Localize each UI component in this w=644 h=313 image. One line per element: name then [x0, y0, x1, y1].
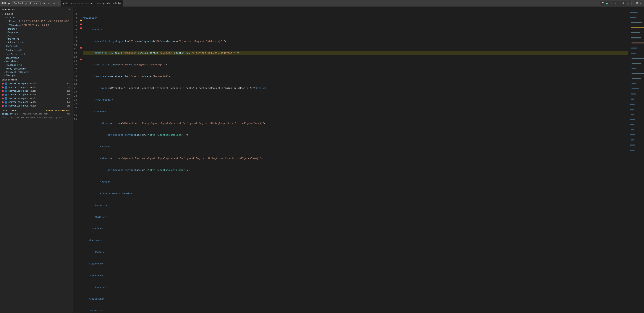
code-line-20: <backend> [83, 238, 628, 242]
tree-group-api[interactable]: Api [0, 34, 72, 38]
code-line-15: </when> [83, 180, 628, 184]
bp-checkbox-6[interactable] [5, 101, 7, 104]
bp-gutter-7 [79, 30, 83, 34]
tree-group-proxytimecounter[interactable]: ProxyTimeCounter [0, 67, 72, 71]
debug-step-over-button[interactable]: ↷ [610, 2, 613, 5]
svg-rect-18 [631, 98, 634, 100]
bp-item-2[interactable]: serverless-pets /apis 5:3 [0, 86, 72, 89]
bp-checkbox-5[interactable] [5, 98, 7, 100]
section-request[interactable]: Request [0, 12, 72, 16]
debug-drag-handle[interactable]: ⠿ [601, 2, 604, 5]
bp-item-6[interactable]: serverless-pets /apis 4:3 [0, 100, 72, 104]
sidebar-scroll[interactable]: Request context RequestId 59e576cd-5dd5-… [0, 12, 72, 313]
tree-group-variables[interactable]: Variables [0, 60, 72, 63]
bp-gutter-4[interactable] [79, 18, 83, 22]
layout-button[interactable]: ⊟ [636, 2, 638, 5]
bp-checkbox-7[interactable] [5, 105, 7, 107]
bp-gutter-5[interactable] [79, 22, 83, 26]
code-line-9: <choose> [83, 110, 628, 114]
chevron-api [6, 35, 7, 37]
chevron-subscription [6, 42, 7, 44]
bp-gutter-dot-11 [80, 47, 82, 49]
tab-filename: petstore-serverless-pets-post-products.h… [63, 2, 121, 5]
code-line-11: <set-backend-service base-url="http://co… [83, 133, 628, 137]
code-line-2: <inbound> [83, 28, 628, 32]
gear-icon-btn[interactable]: ⚙ [42, 2, 46, 5]
tree-group-request[interactable]: Request [0, 28, 72, 31]
line-num-18: 18 [74, 74, 77, 78]
context-label: context [8, 16, 17, 19]
bp-item-4[interactable]: serverless-pets /apis 11:5 [0, 93, 72, 97]
bp-name-1: serverless-pets [8, 82, 28, 85]
minimap [629, 7, 644, 313]
line-num-16: 16 [74, 67, 77, 71]
callstack-item-1[interactable]: quota-by-key /apis/serverless-pets 4:3 [0, 112, 72, 116]
bp-gutter-11[interactable] [79, 46, 83, 50]
bp-path-2: /apis [30, 86, 36, 89]
code-line-24: <base /> [83, 285, 628, 289]
bp-gutter-dot-14 [80, 58, 82, 60]
code-content[interactable]: <policies> <inbound> <rate-limit-by-key … [83, 7, 629, 313]
tree-group-response[interactable]: Response [0, 31, 72, 34]
tree-item-requestid: RequestId 59e576cd-5dd5-497b-b66f-968862… [0, 19, 72, 24]
tree-group-context[interactable]: context [0, 16, 72, 19]
more-icon-btn[interactable]: ··· [52, 2, 56, 5]
line-num-21: 21 [74, 86, 77, 90]
code-line-23: <outbound> [83, 274, 628, 278]
debug-step-out-button[interactable]: ↑ [618, 2, 620, 5]
sidebar-expand-button[interactable]: ⊡ [67, 8, 70, 11]
bp-checkbox-2[interactable] [5, 86, 7, 89]
chevron-req [6, 28, 7, 30]
bp-gutter-27 [79, 108, 83, 112]
config-dropdown[interactable]: No Configurations ▾ [12, 1, 40, 5]
bp-gutter-10 [79, 42, 83, 46]
chevron-operation [6, 38, 7, 40]
tree-group-servicetimecounter[interactable]: ServiceTimeCounter [0, 71, 72, 74]
tab-bar: petstore-serverless-pets-post-products.h… [61, 0, 598, 6]
bp-gutter-17 [79, 69, 83, 73]
code-line-26: <on-error> [83, 309, 628, 313]
debug-continue-button[interactable]: ▶ [605, 2, 609, 5]
bp-item-1[interactable]: serverless-pets /apis 4:3 [0, 82, 72, 86]
chevron-timings [4, 75, 5, 77]
bp-gutter-16 [79, 65, 83, 69]
play-button[interactable]: ▶ [7, 2, 11, 5]
link-icon-btn[interactable]: ⇄ [48, 2, 51, 5]
bp-item-3[interactable]: serverless-pets /apis 6:3 [0, 89, 72, 93]
debug-step-in-button[interactable]: ↓ [614, 2, 617, 5]
sidebar-title: VARIABLES [2, 8, 15, 10]
tree-group-subscription[interactable]: Subscription [0, 41, 72, 44]
svg-rect-15 [632, 83, 636, 84]
bp-checkbox-4[interactable] [5, 94, 7, 96]
bp-gutter-6[interactable] [79, 26, 83, 30]
bp-line-4: 11:5 [66, 94, 70, 96]
svg-rect-26 [631, 140, 634, 140]
breakpoints-label: BREAKPOINTS [2, 79, 18, 81]
bp-gutter-26 [79, 104, 83, 108]
bp-dot-3 [2, 90, 4, 92]
active-tab[interactable]: petstore-serverless-pets-post-products.h… [61, 0, 123, 6]
bp-checkbox-3[interactable] [5, 90, 7, 92]
bp-gutter-14[interactable] [79, 58, 83, 61]
bp-checkbox-1[interactable] [5, 82, 7, 85]
svg-rect-14 [632, 78, 641, 79]
more-button-right[interactable]: ··· [640, 2, 642, 5]
tree-group-deployment[interactable]: Deployment [0, 56, 72, 60]
cs-name-1: quota-by-key [2, 113, 18, 116]
tree-group-timings[interactable]: Timings [0, 74, 72, 77]
svg-rect-16 [632, 88, 638, 89]
bp-gutter-19 [79, 77, 83, 81]
code-editor[interactable]: 1 2 3 4 5 6 7 8 9 10 11 12 13 14 15 16 1… [72, 7, 629, 313]
bp-gutter-dot-6 [80, 27, 82, 29]
debug-stop-button[interactable]: ⬛ [626, 2, 630, 5]
debug-restart-button[interactable]: ↺ [621, 2, 625, 5]
callstack-item-2[interactable]: base /apis/serverless-pets/operations/po… [0, 116, 72, 120]
line-num-26: 26 [74, 106, 77, 110]
cs-name-2: base [2, 116, 7, 119]
line-num-19: 19 [74, 78, 77, 82]
bp-item-7[interactable]: serverless-pets /apis 6:3 [0, 104, 72, 108]
line-num-29: 29 [74, 118, 77, 121]
bp-item-5[interactable]: serverless-pets /apis 14:5 [0, 97, 72, 100]
tree-group-operation[interactable]: Operation [0, 38, 72, 41]
bp-gutter-29 [79, 116, 83, 120]
